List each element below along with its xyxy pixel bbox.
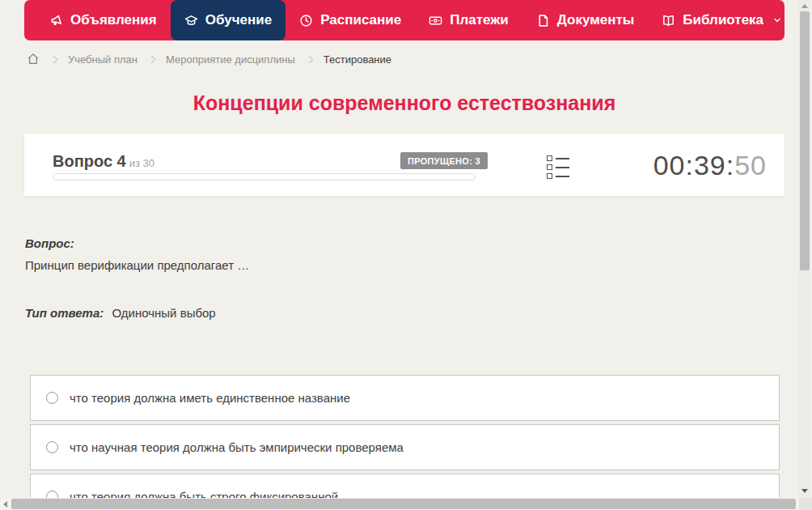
scroll-up-arrow-icon[interactable] (801, 4, 808, 8)
scroll-left-arrow-icon[interactable] (3, 501, 7, 508)
scroll-down-arrow-icon[interactable] (801, 489, 808, 493)
question-number-label: Вопрос 4 (53, 152, 126, 170)
answer-options: что теория должна иметь единственное наз… (30, 375, 780, 510)
scrollbar-corner (799, 498, 812, 510)
breadcrumb-discipline-event[interactable]: Мероприятие дисциплины (166, 53, 295, 66)
list-icon-row (547, 164, 569, 170)
main-nav: Объявления Обучение Расписание Плат (24, 0, 785, 40)
answer-option-label: что теория должна иметь единственное наз… (70, 391, 350, 405)
nav-item-learning[interactable]: Обучение (171, 0, 285, 40)
document-icon (536, 14, 550, 28)
banknote-icon (429, 14, 442, 28)
question-list-icon[interactable] (547, 155, 569, 182)
nav-item-label: Платежи (450, 12, 509, 28)
question-panel: Вопрос 4из 30 ПРОПУЩЕНО: 3 00:39:50 (24, 134, 785, 196)
answer-option-1[interactable]: что теория должна иметь единственное наз… (30, 375, 780, 421)
vertical-scrollbar[interactable] (799, 0, 810, 498)
breadcrumb-separator-icon (50, 55, 58, 63)
breadcrumb-testing: Тестирование (324, 53, 391, 66)
nav-item-label: Документы (557, 12, 635, 28)
megaphone-icon (49, 14, 63, 28)
nav-item-label: Расписание (320, 12, 401, 28)
question-block: Вопрос: Принцип верификации предполагает… (25, 236, 769, 272)
chevron-down-icon (772, 15, 782, 25)
list-icon-row (547, 155, 569, 161)
list-icon-row (547, 173, 569, 179)
nav-item-library[interactable]: Библиотека (648, 0, 796, 40)
home-icon[interactable] (27, 53, 40, 66)
answer-type-label: Тип ответа: (25, 306, 104, 320)
question-number: Вопрос 4из 30 (53, 152, 154, 171)
breadcrumb-study-plan[interactable]: Учебный план (68, 53, 137, 66)
breadcrumb: Учебный план Мероприятие дисциплины Тест… (27, 50, 391, 68)
breadcrumb-separator-icon (148, 55, 156, 63)
nav-item-schedule[interactable]: Расписание (285, 0, 415, 40)
nav-item-announcements[interactable]: Объявления (36, 0, 171, 40)
timer: 00:39:50 (653, 150, 767, 181)
nav-item-label: Объявления (70, 12, 157, 28)
answer-option-label: что научная теория должна быть эмпиричес… (70, 440, 404, 454)
radio-button[interactable] (46, 441, 58, 453)
nav-item-payments[interactable]: Платежи (415, 0, 522, 40)
question-text: Принцип верификации предполагает … (25, 258, 769, 272)
nav-item-documents[interactable]: Документы (522, 0, 649, 40)
radio-button[interactable] (46, 392, 58, 404)
question-label: Вопрос: (25, 236, 769, 250)
progress-bar (53, 173, 476, 181)
nav-item-label: Обучение (205, 12, 272, 28)
timer-hours-minutes: 00:39: (653, 150, 735, 181)
answer-option-2[interactable]: что научная теория должна быть эмпиричес… (30, 424, 780, 470)
horizontal-scrollbar-thumb[interactable] (11, 499, 796, 509)
open-book-icon (662, 14, 675, 28)
graduation-cap-icon (184, 14, 198, 28)
answer-type-row: Тип ответа: Одиночный выбор (25, 306, 216, 320)
horizontal-scrollbar[interactable] (0, 498, 812, 510)
clock-icon (299, 14, 313, 28)
nav-item-label: Библиотека (683, 12, 763, 28)
timer-seconds: 50 (734, 150, 767, 181)
page-title: Концепции современного естествознания (0, 91, 809, 115)
vertical-scrollbar-thumb[interactable] (800, 11, 810, 270)
question-counter: из 30 (129, 157, 154, 169)
answer-type-value: Одиночный выбор (112, 306, 215, 320)
breadcrumb-separator-icon (305, 55, 313, 63)
skipped-badge: ПРОПУЩЕНО: 3 (400, 152, 488, 169)
